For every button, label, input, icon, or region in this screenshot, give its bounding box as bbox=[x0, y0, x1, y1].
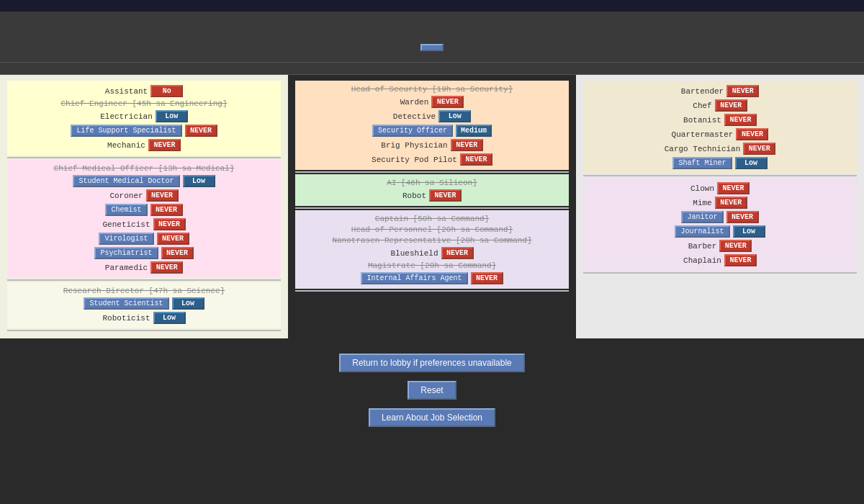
mid-column: Head of Security [19h sa Security]Warden… bbox=[288, 75, 576, 338]
preference-badge: Low bbox=[183, 175, 215, 187]
list-item: Nanotrasen Representative [20h sa Comman… bbox=[295, 236, 569, 245]
list-item: Magistrate [20h sa Command] bbox=[295, 261, 569, 270]
list-item: PsychiatristNEVER bbox=[7, 247, 281, 259]
job-name-unavailable: Magistrate [20h sa Command] bbox=[368, 261, 496, 270]
preference-badge: Low bbox=[733, 225, 765, 238]
preference-badge: NEVER bbox=[441, 247, 474, 259]
job-name-button[interactable]: Shaft Miner bbox=[672, 157, 732, 169]
preference-badge: NEVER bbox=[743, 143, 775, 155]
job-section: Chief Medical Officer [13h sa Medical]St… bbox=[7, 160, 281, 278]
job-name-unavailable: Captain [50h sa Command] bbox=[375, 215, 489, 223]
preference-badge: NEVER bbox=[429, 189, 462, 202]
list-item: ChefNEVER bbox=[583, 99, 857, 112]
job-name: Paramedic bbox=[105, 264, 148, 272]
list-item: WardenNEVER bbox=[295, 96, 569, 108]
preference-badge: NEVER bbox=[726, 85, 759, 97]
list-item: Research Director [47h sa Science] bbox=[7, 287, 281, 295]
bottom-bar: Return to lobby if preferences unavailab… bbox=[0, 338, 864, 442]
preference-badge: NEVER bbox=[153, 218, 186, 230]
columns-container: AssistantNoChief Engineer [45h sa Engine… bbox=[0, 75, 864, 338]
preference-badge: NEVER bbox=[736, 128, 768, 140]
job-name-button[interactable]: Internal Affairs Agent bbox=[361, 272, 467, 284]
list-item: Cargo TechnicianNEVER bbox=[583, 143, 857, 155]
job-name-unavailable: AI [46h sa Silicon] bbox=[387, 179, 477, 187]
list-item: Chief Engineer [45h sa Engineering] bbox=[7, 99, 281, 108]
list-item: Chief Medical Officer [13h sa Medical] bbox=[7, 164, 281, 173]
preference-badge: NEVER bbox=[185, 125, 217, 137]
lobby-button[interactable]: Return to lobby if preferences unavailab… bbox=[339, 354, 524, 372]
job-name: Geneticist bbox=[102, 220, 150, 229]
list-item: JanitorNEVER bbox=[583, 211, 857, 223]
preference-badge: NEVER bbox=[726, 211, 759, 223]
list-item: RobotNEVER bbox=[295, 189, 569, 202]
list-item: Security OfficerMedium bbox=[295, 125, 569, 137]
preference-badge: NEVER bbox=[724, 254, 757, 266]
list-item: ParamedicNEVER bbox=[7, 261, 281, 274]
job-section: Research Director [47h sa Science]Studen… bbox=[7, 282, 281, 328]
job-name-button[interactable]: Journalist bbox=[675, 225, 729, 238]
preference-badge: Medium bbox=[456, 125, 492, 137]
list-item: BartenderNEVER bbox=[583, 85, 857, 97]
list-item: AI [46h sa Silicon] bbox=[295, 179, 569, 187]
list-item: ElectricianLow bbox=[7, 110, 281, 122]
job-name-button[interactable]: Chemist bbox=[105, 204, 147, 216]
job-section: AssistantNoChief Engineer [45h sa Engine… bbox=[7, 81, 281, 156]
preference-badge: NEVER bbox=[715, 197, 747, 209]
reset-button[interactable]: Reset bbox=[408, 381, 456, 400]
preference-badge: NEVER bbox=[150, 204, 183, 216]
header-section bbox=[0, 12, 864, 62]
job-name: Chaplain bbox=[683, 256, 721, 265]
preference-badge: No bbox=[150, 85, 183, 97]
job-section: AI [46h sa Silicon]RobotNEVER bbox=[295, 174, 569, 206]
title-bar bbox=[0, 0, 864, 12]
job-section: Head of Security [19h sa Security]Warden… bbox=[295, 81, 569, 170]
job-name-button[interactable]: Life Support Specialist bbox=[71, 125, 181, 137]
job-name: Barber bbox=[688, 242, 717, 251]
job-name-button[interactable]: Security Officer bbox=[372, 125, 453, 137]
job-name-button[interactable]: Janitor bbox=[681, 211, 723, 223]
job-name-unavailable: Chief Medical Officer [13h sa Medical] bbox=[54, 164, 235, 173]
list-item: Life Support SpecialistNEVER bbox=[7, 125, 281, 137]
job-name: Brig Physician bbox=[381, 141, 447, 150]
job-name: Electrician bbox=[100, 112, 153, 121]
job-section: BartenderNEVERChefNEVERBotanistNEVERQuar… bbox=[583, 81, 857, 174]
learn-button[interactable]: Learn About Job Selection bbox=[369, 408, 495, 427]
right-column: BartenderNEVERChefNEVERBotanistNEVERQuar… bbox=[576, 75, 864, 338]
preference-badge: NEVER bbox=[150, 261, 183, 274]
job-name: Roboticist bbox=[102, 314, 150, 323]
list-item: ChaplainNEVER bbox=[583, 254, 857, 266]
job-name: Bartender bbox=[681, 87, 724, 96]
job-name: Mime bbox=[693, 199, 711, 207]
instruction-bar bbox=[0, 62, 864, 75]
preference-badge: Low bbox=[735, 157, 768, 169]
list-item: ClownNEVER bbox=[583, 182, 857, 194]
list-item: Shaft MinerLow bbox=[583, 157, 857, 169]
job-name-unavailable: Research Director [47h sa Science] bbox=[63, 287, 225, 295]
list-item: Student Medical DoctorLow bbox=[7, 175, 281, 187]
preference-badge: NEVER bbox=[146, 189, 179, 202]
job-name-button[interactable]: Psychiatrist bbox=[94, 247, 158, 259]
preference-badge: NEVER bbox=[161, 247, 194, 259]
list-item: JournalistLow bbox=[583, 225, 857, 238]
job-name-unavailable: Head of Personnel [20h sa Command] bbox=[351, 225, 513, 234]
job-section: Captain [50h sa Command]Head of Personne… bbox=[295, 210, 569, 289]
list-item: MimeNEVER bbox=[583, 197, 857, 209]
job-name-button[interactable]: Student Scientist bbox=[84, 297, 168, 310]
preference-badge: NEVER bbox=[157, 233, 189, 245]
job-name-unavailable: Chief Engineer [45h sa Engineering] bbox=[60, 99, 227, 108]
job-section: ClownNEVERMimeNEVERJanitorNEVERJournalis… bbox=[583, 178, 857, 271]
job-name: Botanist bbox=[683, 116, 721, 125]
preference-badge: Low bbox=[153, 312, 186, 324]
job-name: Robot bbox=[402, 192, 426, 200]
list-item: VirologistNEVER bbox=[7, 233, 281, 245]
list-item: CoronerNEVER bbox=[7, 189, 281, 202]
list-item: Brig PhysicianNEVER bbox=[295, 139, 569, 151]
list-item: QuartermasterNEVER bbox=[583, 128, 857, 140]
save-button[interactable] bbox=[420, 44, 444, 51]
preference-badge: NEVER bbox=[460, 153, 492, 166]
job-name-button[interactable]: Student Medical Doctor bbox=[73, 175, 179, 187]
list-item: Student ScientistLow bbox=[7, 297, 281, 310]
list-item: Captain [50h sa Command] bbox=[295, 215, 569, 223]
preference-badge: NEVER bbox=[724, 114, 757, 126]
job-name-button[interactable]: Virologist bbox=[99, 233, 153, 245]
